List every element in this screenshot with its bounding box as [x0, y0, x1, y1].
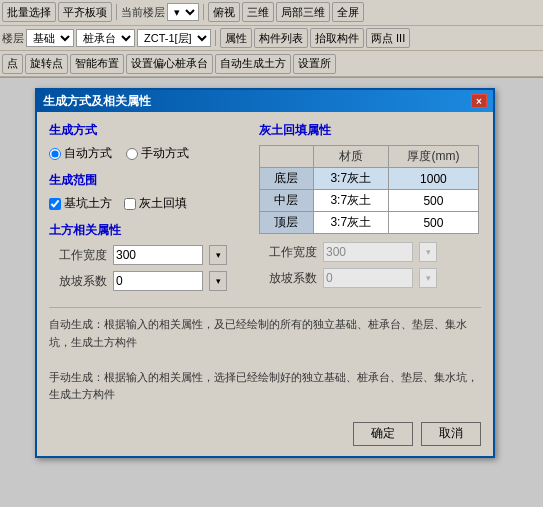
earthwork-section-title: 土方相关属性	[49, 222, 249, 239]
main-area: 生成方式及相关属性 × 生成方式 自动方式 手动方式	[0, 78, 543, 507]
floor-select[interactable]: ▾	[167, 3, 199, 21]
dialog-body: 生成方式 自动方式 手动方式 生成范围 基坑土方	[37, 112, 493, 414]
desc-manual: 手动生成：根据输入的相关属性，选择已经绘制好的独立基础、桩承台、垫层、集水坑，生…	[49, 369, 481, 404]
smart-layout-btn[interactable]: 智能布置	[70, 54, 124, 74]
table-row: 顶层 3:7灰土 500	[260, 212, 479, 234]
two-point-btn[interactable]: 两点 III	[366, 28, 410, 48]
right-work-width-label: 工作宽度	[259, 244, 317, 261]
separator	[203, 4, 204, 20]
right-work-width-dropdown-btn: ▾	[419, 242, 437, 262]
point-btn[interactable]: 点	[2, 54, 23, 74]
dialog-close-btn[interactable]: ×	[471, 94, 487, 108]
cancel-btn[interactable]: 取消	[421, 422, 481, 446]
table-header-thickness: 厚度(mm)	[388, 146, 478, 168]
checkbox-group: 基坑土方 灰土回填	[49, 195, 249, 212]
work-width-input[interactable]	[113, 245, 203, 265]
table-cell-row1-1: 3:7灰土	[313, 190, 388, 212]
toolbar-area: 批量选择 平齐板项 当前楼层 ▾ 俯视 三维 局部三维 全屏 楼层 基础 桩承台…	[0, 0, 543, 78]
eccentric-pile-btn[interactable]: 设置偏心桩承台	[126, 54, 213, 74]
fill-section-title: 灰土回填属性	[259, 122, 481, 139]
generation-section-title: 生成方式	[49, 122, 249, 139]
settings-btn[interactable]: 设置所	[293, 54, 336, 74]
toolbar-row-1: 批量选择 平齐板项 当前楼层 ▾ 俯视 三维 局部三维 全屏	[0, 0, 543, 26]
rotate-point-btn[interactable]: 旋转点	[25, 54, 68, 74]
check-pit-label[interactable]: 基坑土方	[49, 195, 112, 212]
desc-auto: 自动生成：根据输入的相关属性，及已经绘制的所有的独立基础、桩承台、垫层、集水坑，…	[49, 316, 481, 351]
right-slope-label: 放坡系数	[259, 270, 317, 287]
fullscreen-btn[interactable]: 全屏	[332, 2, 364, 22]
table-cell-row2-1: 3:7灰土	[313, 212, 388, 234]
right-work-width-input	[323, 242, 413, 262]
check-fill-label[interactable]: 灰土回填	[124, 195, 187, 212]
top-view-btn[interactable]: 俯视	[208, 2, 240, 22]
table-cell-row2-2: 500	[388, 212, 478, 234]
right-panel: 灰土回填属性 材质 厚度(mm) 底层 3:7灰土 1000	[259, 122, 481, 288]
layer-select[interactable]: ZCT-1[层]	[137, 29, 211, 47]
radio-manual-text: 手动方式	[141, 145, 189, 162]
confirm-btn[interactable]: 确定	[353, 422, 413, 446]
batch-select-btn[interactable]: 批量选择	[2, 2, 56, 22]
table-cell-row1-2: 500	[388, 190, 478, 212]
description-area: 自动生成：根据输入的相关属性，及已经绘制的所有的独立基础、桩承台、垫层、集水坑，…	[49, 307, 481, 404]
slope-input[interactable]	[113, 271, 203, 291]
dialog-title-bar: 生成方式及相关属性 ×	[37, 90, 493, 112]
table-header-0	[260, 146, 314, 168]
toolbar-row-3: 点 旋转点 智能布置 设置偏心桩承台 自动生成土方 设置所	[0, 51, 543, 77]
table-row: 底层 3:7灰土 1000	[260, 168, 479, 190]
table-cell-row0-1: 3:7灰土	[313, 168, 388, 190]
radio-manual-input[interactable]	[126, 148, 138, 160]
work-width-label: 工作宽度	[49, 247, 107, 264]
pick-component-btn[interactable]: 抬取构件	[310, 28, 364, 48]
radio-group: 自动方式 手动方式	[49, 145, 249, 162]
current-floor-label: 当前楼层	[121, 5, 165, 20]
radio-auto-text: 自动方式	[64, 145, 112, 162]
local-3d-btn[interactable]: 局部三维	[276, 2, 330, 22]
check-fill-input[interactable]	[124, 198, 136, 210]
table-cell-row1-0: 中层	[260, 190, 314, 212]
dialog-title: 生成方式及相关属性	[43, 93, 151, 110]
dialog: 生成方式及相关属性 × 生成方式 自动方式 手动方式	[35, 88, 495, 458]
slope-dropdown-btn[interactable]: ▾	[209, 271, 227, 291]
component-select[interactable]: 桩承台	[76, 29, 135, 47]
auto-generate-earth-btn[interactable]: 自动生成土方	[215, 54, 291, 74]
radio-auto-input[interactable]	[49, 148, 61, 160]
radio-auto-label[interactable]: 自动方式	[49, 145, 112, 162]
check-pit-input[interactable]	[49, 198, 61, 210]
slope-row: 放坡系数 ▾	[49, 271, 249, 291]
table-cell-row0-0: 底层	[260, 168, 314, 190]
slope-label: 放坡系数	[49, 273, 107, 290]
toolbar-row-2: 楼层 基础 桩承台 ZCT-1[层] 属性 构件列表 抬取构件 两点 III	[0, 26, 543, 52]
component-list-btn[interactable]: 构件列表	[254, 28, 308, 48]
check-pit-text: 基坑土方	[64, 195, 112, 212]
3d-btn[interactable]: 三维	[242, 2, 274, 22]
separator	[116, 4, 117, 20]
radio-manual-label[interactable]: 手动方式	[126, 145, 189, 162]
table-header-material: 材质	[313, 146, 388, 168]
table-cell-row0-2: 1000	[388, 168, 478, 190]
floor-type-select[interactable]: 基础	[26, 29, 74, 47]
right-slope-input	[323, 268, 413, 288]
fill-table: 材质 厚度(mm) 底层 3:7灰土 1000 中层 3:7灰土	[259, 145, 479, 234]
right-slope-dropdown-btn: ▾	[419, 268, 437, 288]
table-row: 中层 3:7灰土 500	[260, 190, 479, 212]
separator	[215, 30, 216, 46]
work-width-dropdown-btn[interactable]: ▾	[209, 245, 227, 265]
right-slope-row: 放坡系数 ▾	[259, 268, 481, 288]
properties-btn[interactable]: 属性	[220, 28, 252, 48]
range-section-title: 生成范围	[49, 172, 249, 189]
left-panel: 生成方式 自动方式 手动方式 生成范围 基坑土方	[49, 122, 249, 297]
dialog-footer: 确定 取消	[37, 414, 493, 456]
check-fill-text: 灰土回填	[139, 195, 187, 212]
floor-label: 楼层	[2, 31, 24, 46]
table-cell-row2-0: 顶层	[260, 212, 314, 234]
right-work-width-row: 工作宽度 ▾	[259, 242, 481, 262]
align-slab-btn[interactable]: 平齐板项	[58, 2, 112, 22]
work-width-row: 工作宽度 ▾	[49, 245, 249, 265]
